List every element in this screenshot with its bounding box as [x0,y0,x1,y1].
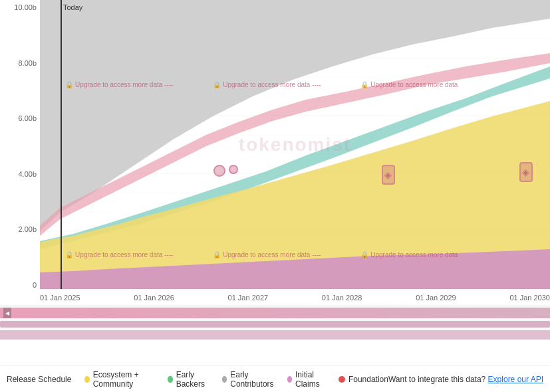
x-axis: 01 Jan 2025 01 Jan 2026 01 Jan 2027 01 J… [40,289,550,306]
x-label-4: 01 Jan 2029 [416,294,456,302]
upgrade-row-1: 🔒 Upgrade to access more data ---- 🔒 Upg… [65,81,458,88]
upgrade-badge-6: 🔒 Upgrade to access more data [360,251,458,258]
legend-bar: Release Schedule Ecosystem + Community E… [0,365,550,392]
legend-dot-initial-claims [287,376,292,383]
legend-cta: Want to integrate this data? Explore our… [388,375,543,384]
y-label-2: 6.00b [18,114,37,122]
scrollbar-bottom[interactable] [0,330,550,340]
today-line [61,0,62,289]
legend-dot-ecosystem [84,376,89,383]
x-label-5: 01 Jan 2030 [509,294,550,302]
x-label-1: 01 Jan 2026 [134,294,174,302]
today-label: Today [63,3,82,11]
chart-svg [40,0,550,289]
x-label-2: 01 Jan 2027 [228,294,269,302]
legend-early-backers: Early Backers [168,370,211,389]
data-point-1[interactable] [213,165,225,177]
chart-area: tokenomist Today 🔒 Upgrade to access mor… [40,0,550,289]
legend-label-foundation: Foundation [348,375,388,384]
data-point-3[interactable]: ◈ [382,165,395,185]
legend-dot-foundation [339,376,345,383]
y-label-5: 0 [33,281,37,289]
y-axis: 10.00b 8.00b 6.00b 4.00b 2.00b 0 [0,0,40,306]
upgrade-badge-1: 🔒 Upgrade to access more data ---- [65,81,173,88]
legend-early-contributors: Early Contributors [222,370,277,389]
legend-items: Ecosystem + Community Early Backers Earl… [84,370,388,389]
legend-label-early-backers: Early Backers [176,370,211,389]
scrollbar-left-handle[interactable]: ◀ [3,308,11,318]
legend-ecosystem: Ecosystem + Community [84,370,157,389]
y-label-0: 10.00b [14,3,37,11]
y-label-1: 8.00b [18,59,37,67]
explore-api-link[interactable]: Explore our API [488,375,543,384]
release-schedule-label: Release Schedule [7,375,71,384]
chart-container: tokenomist Today 🔒 Upgrade to access mor… [0,0,550,306]
upgrade-badge-4: 🔒 Upgrade to access more data ---- [65,251,173,258]
y-label-4: 2.00b [18,225,37,233]
scrollbar-preview-top[interactable] [0,308,550,318]
upgrade-badge-2: 🔒 Upgrade to access more data ---- [213,81,321,88]
legend-label-ecosystem: Ecosystem + Community [93,370,158,389]
scrollbar-area: ◀ [0,306,550,339]
legend-initial-claims: Initial Claims [287,370,328,389]
upgrade-row-2: 🔒 Upgrade to access more data ---- 🔒 Upg… [65,251,458,258]
y-label-3: 4.00b [18,170,37,178]
x-label-3: 01 Jan 2028 [322,294,362,302]
legend-cta-text: Want to integrate this data? [388,375,485,384]
legend-dot-early-contributors [222,376,227,383]
legend-foundation: Foundation [339,375,388,384]
legend-label-initial-claims: Initial Claims [295,370,328,389]
scrollbar-mini[interactable] [0,321,550,328]
data-point-4[interactable]: ◈ [519,162,533,182]
legend-dot-early-backers [168,376,172,383]
data-point-2[interactable] [229,165,238,174]
legend-label-early-contributors: Early Contributors [230,370,277,389]
upgrade-badge-3: 🔒 Upgrade to access more data [360,81,458,88]
upgrade-badge-5: 🔒 Upgrade to access more data ---- [213,251,321,258]
x-label-0: 01 Jan 2025 [40,294,80,302]
